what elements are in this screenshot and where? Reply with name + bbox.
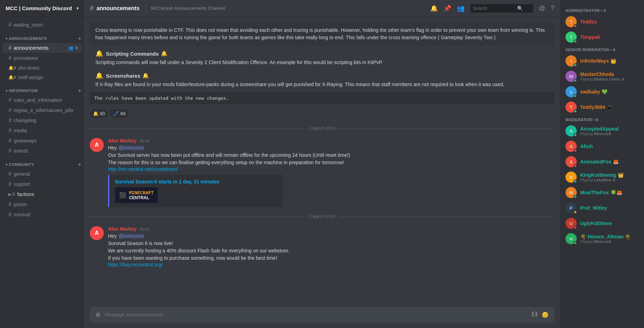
channel-label: notif-assign (18, 75, 43, 80)
avatar-alexmarkey2: A (90, 226, 104, 240)
message-link[interactable]: https://buy.mccentral.org/ (108, 262, 163, 267)
reaction-bell[interactable]: 🔔 60 (90, 110, 108, 118)
channel-header: # announcements MCCentral Announcements … (84, 0, 560, 17)
avatar: M (565, 71, 577, 82)
channel-label: giveaways (14, 138, 36, 144)
message-meta: Alex Markey 00:28 (108, 138, 554, 144)
scripting-body: Scripting commands will now fall under a… (95, 59, 549, 66)
member-teddzy[interactable]: T Teddzy (563, 14, 641, 29)
hash-icon: # (8, 55, 12, 61)
status-dot (574, 180, 577, 183)
member-infiniteways[interactable]: I InfiniteWays 👑 (563, 53, 641, 69)
avatar: A (565, 125, 577, 137)
member-horace_altman[interactable]: H 🌴 Horace_Altman 🌴 Playing Minecraft (563, 231, 641, 246)
channel-item-support[interactable]: # support (3, 179, 81, 189)
channel-item-announcements[interactable]: # announcements 👥 ⚙ (3, 43, 81, 53)
channel-label: announcements (14, 45, 49, 51)
channel-label: survival (14, 212, 30, 217)
member-animatedfox[interactable]: A AnimatedFox 🦊 (563, 154, 641, 169)
member-timppali[interactable]: T Timppali (563, 29, 641, 45)
reaction-count: 60 (100, 111, 105, 116)
settings-icon[interactable]: ⚙ (75, 46, 79, 50)
member-acceptedappeal[interactable]: A AcceptedAppeal Playing Minecraft (563, 123, 641, 139)
channel-description: MCCentral Announcements Channel (151, 6, 225, 11)
status-dot-dnd (574, 24, 577, 28)
member-masterchheda[interactable]: M MasterChheda Playing Badlion Client 🖥 (563, 69, 641, 84)
minecraft-logo-icon: ⬛ (119, 192, 126, 198)
mention: @everyone (118, 233, 145, 239)
at-icon[interactable]: @ (539, 5, 545, 12)
avatar: A (565, 141, 577, 152)
avatar-alexmarkey1: A (90, 138, 104, 152)
hash-icon: # (8, 107, 12, 113)
hash-icon: # (8, 117, 12, 124)
bell-icon: 🔔 (95, 72, 103, 79)
channel-item-giveaways[interactable]: # giveaways (3, 136, 81, 146)
add-file-icon[interactable]: ⊕ (95, 311, 101, 319)
channel-item-prison[interactable]: # prison (3, 200, 81, 209)
channel-item-promotions[interactable]: # promotions (3, 53, 81, 63)
reaction-pen[interactable]: 🖊️ 68 (110, 110, 128, 118)
message-author[interactable]: Alex Markey (108, 226, 137, 232)
channel-item-uhc-times[interactable]: 🔔# uhc-times (3, 63, 81, 72)
reaction-count: 68 (120, 111, 125, 116)
search-box[interactable]: 🔍 (470, 4, 533, 13)
channel-item-regras_e_informacoes_ptbr[interactable]: # regras_e_informacoes_ptbr (3, 105, 81, 115)
channel-item-waiting_room[interactable]: # waiting_room (3, 20, 81, 30)
header-icons: 🔔 📌 👥 🔍 @ ? (430, 4, 554, 13)
member-uglykidsteve[interactable]: U UglyKidSteve (563, 216, 641, 231)
channel-item-media[interactable]: # media (3, 126, 81, 135)
add-channel-icon[interactable]: + (78, 162, 81, 167)
add-channel-icon[interactable]: + (78, 88, 81, 93)
member-altuh[interactable]: A Altuh (563, 139, 641, 154)
channel-item-survival[interactable]: # survival (3, 210, 81, 219)
status-dot (574, 110, 577, 113)
member-sadbaby[interactable]: s sadbaby 💚 (563, 84, 641, 99)
channel-item-general[interactable]: # general (3, 169, 81, 179)
bell-icon-right: 🔔 (161, 50, 168, 57)
channel-item-changelog[interactable]: # changelog (3, 116, 81, 125)
channel-item-notif-assign[interactable]: 🔔# notif-assign (3, 73, 81, 82)
channel-label: factions (17, 191, 34, 197)
message-text-line3: If you have been wanting to purchase som… (108, 254, 554, 262)
category-label: ANNOUNCEMENTS (9, 36, 47, 41)
screenshares-body: If X-Ray files are found in your mods fo… (95, 81, 549, 88)
member-kingkottlewing[interactable]: K KingKottlewing 👑 Playing LabyMod 🖥 (563, 169, 641, 185)
emoji-icon[interactable]: 😊 (542, 312, 549, 318)
category-information[interactable]: ▾ INFORMATION + (0, 82, 84, 95)
section-administrator: ADMINISTRATOR—2 (563, 6, 641, 14)
message-link[interactable]: http://mc-central.net/countdown/ (108, 166, 178, 172)
add-channel-icon[interactable]: + (78, 36, 81, 41)
server-header[interactable]: MCC | Community Discord ▾ (0, 0, 84, 17)
avatar: K (565, 172, 577, 183)
search-input[interactable] (473, 6, 515, 11)
manage-users-icon[interactable]: 👥 (68, 46, 73, 50)
member-name: Teddy3684 📱 (580, 104, 612, 110)
message-input[interactable] (105, 312, 528, 317)
category-community[interactable]: ▾ COMMUNITY + (0, 156, 84, 169)
unread-indicator: ▶ (8, 192, 11, 197)
channel-hash-icon: # (90, 4, 94, 12)
embed-logo: ⬛ MINECRAFT CENTRAL (115, 187, 278, 203)
members-icon[interactable]: 👥 (457, 5, 465, 12)
channel-item-events[interactable]: # events (3, 146, 81, 156)
message-text-line2: We are currently hosting a 40% discount … (108, 247, 554, 254)
input-right-icons: 🎞 😊 (532, 312, 549, 318)
message-author[interactable]: Alex Markey (108, 138, 137, 144)
hash-icon: # (8, 138, 12, 144)
channel-label: rules_and_information (14, 97, 62, 103)
help-icon[interactable]: ? (551, 5, 554, 12)
channel-label: general (14, 171, 30, 177)
message-input-box: ⊕ 🎞 😊 (90, 307, 554, 322)
member-prof_witley[interactable]: P Prof_Witley (563, 200, 641, 216)
channel-item-factions[interactable]: ▶ # factions (3, 189, 81, 199)
embed-survival: Survival Season 6 starts in 1 day, 31 mi… (108, 175, 283, 207)
member-muelthefox[interactable]: M MuelTheFox 🍀🦊 (563, 185, 641, 200)
category-announcements[interactable]: ▾ ANNOUNCEMENTS + (0, 30, 84, 43)
notification-bell-icon[interactable]: 🔔 (430, 5, 438, 12)
channel-item-rules_and_information[interactable]: # rules_and_information (3, 95, 81, 105)
pin-icon[interactable]: 📌 (443, 5, 451, 12)
avatar: H (565, 233, 577, 244)
gif-icon[interactable]: 🎞 (532, 312, 537, 318)
member-teddy3684[interactable]: T Teddy3684 📱 (563, 99, 641, 115)
